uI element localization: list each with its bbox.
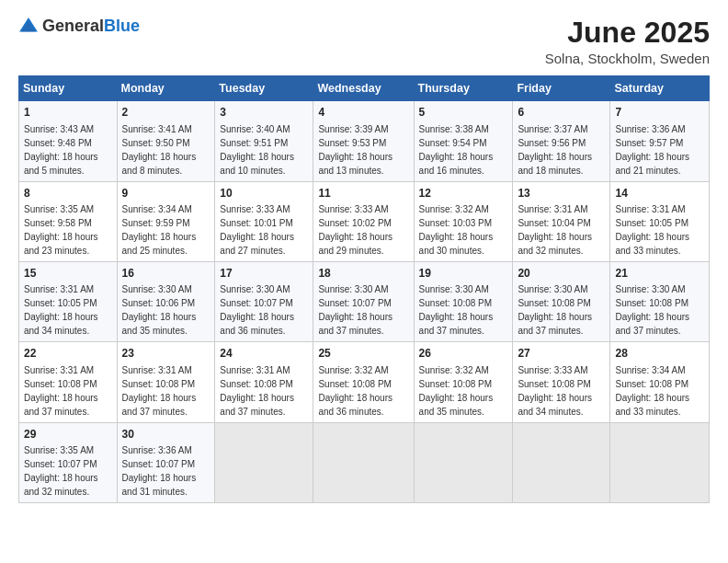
cell-content: Sunrise: 3:31 AM Sunset: 10:05 PM Daylig… <box>615 202 704 258</box>
day-number: 1 <box>24 105 112 121</box>
calendar-cell: 5 Sunrise: 3:38 AM Sunset: 9:54 PM Dayli… <box>414 101 513 181</box>
calendar-cell: 27 Sunrise: 3:33 AM Sunset: 10:08 PM Day… <box>513 342 610 422</box>
cell-content: Sunrise: 3:33 AM Sunset: 10:02 PM Daylig… <box>318 202 408 258</box>
day-number: 26 <box>419 346 508 362</box>
week-row-5: 29 Sunrise: 3:35 AM Sunset: 10:07 PM Day… <box>19 422 710 502</box>
weekday-header-sunday: Sunday <box>19 76 118 101</box>
calendar-cell: 18 Sunrise: 3:30 AM Sunset: 10:07 PM Day… <box>313 261 414 341</box>
weekday-header-wednesday: Wednesday <box>313 76 414 101</box>
calendar-cell: 4 Sunrise: 3:39 AM Sunset: 9:53 PM Dayli… <box>313 101 414 181</box>
cell-content: Sunrise: 3:31 AM Sunset: 10:08 PM Daylig… <box>220 363 308 419</box>
logo-blue: Blue <box>104 17 140 35</box>
week-row-2: 8 Sunrise: 3:35 AM Sunset: 9:58 PM Dayli… <box>19 181 710 261</box>
day-number: 28 <box>615 346 704 362</box>
calendar-cell: 12 Sunrise: 3:32 AM Sunset: 10:03 PM Day… <box>414 181 513 261</box>
calendar-cell: 14 Sunrise: 3:31 AM Sunset: 10:05 PM Day… <box>610 181 710 261</box>
calendar-cell: 6 Sunrise: 3:37 AM Sunset: 9:56 PM Dayli… <box>513 101 610 181</box>
day-number: 29 <box>24 427 112 442</box>
cell-content: Sunrise: 3:31 AM Sunset: 10:04 PM Daylig… <box>518 202 605 258</box>
calendar-cell: 7 Sunrise: 3:36 AM Sunset: 9:57 PM Dayli… <box>610 101 710 181</box>
cell-content: Sunrise: 3:30 AM Sunset: 10:07 PM Daylig… <box>220 282 308 338</box>
calendar-subtitle: Solna, Stockholm, Sweden <box>545 51 710 66</box>
calendar-cell: 2 Sunrise: 3:41 AM Sunset: 9:50 PM Dayli… <box>117 101 215 181</box>
calendar-cell <box>313 422 414 502</box>
calendar-cell: 20 Sunrise: 3:30 AM Sunset: 10:08 PM Day… <box>513 261 610 341</box>
cell-content: Sunrise: 3:36 AM Sunset: 10:07 PM Daylig… <box>122 443 210 499</box>
day-number: 21 <box>615 266 704 282</box>
day-number: 4 <box>318 105 408 121</box>
day-number: 11 <box>318 186 408 201</box>
day-number: 9 <box>122 186 210 201</box>
calendar-cell <box>513 422 610 502</box>
cell-content: Sunrise: 3:35 AM Sunset: 9:58 PM Dayligh… <box>24 202 112 258</box>
calendar-cell: 3 Sunrise: 3:40 AM Sunset: 9:51 PM Dayli… <box>215 101 313 181</box>
title-block: June 2025 Solna, Stockholm, Sweden <box>545 17 710 66</box>
calendar-cell: 25 Sunrise: 3:32 AM Sunset: 10:08 PM Day… <box>313 342 414 422</box>
cell-content: Sunrise: 3:39 AM Sunset: 9:53 PM Dayligh… <box>318 122 408 178</box>
cell-content: Sunrise: 3:30 AM Sunset: 10:06 PM Daylig… <box>122 282 210 338</box>
cell-content: Sunrise: 3:30 AM Sunset: 10:08 PM Daylig… <box>419 282 508 338</box>
day-number: 18 <box>318 266 408 282</box>
day-number: 15 <box>24 266 112 282</box>
day-number: 16 <box>122 266 210 282</box>
day-number: 27 <box>518 346 605 362</box>
calendar-title: June 2025 <box>545 17 710 49</box>
cell-content: Sunrise: 3:35 AM Sunset: 10:07 PM Daylig… <box>24 443 112 499</box>
calendar-cell: 17 Sunrise: 3:30 AM Sunset: 10:07 PM Day… <box>215 261 313 341</box>
cell-content: Sunrise: 3:31 AM Sunset: 10:08 PM Daylig… <box>122 363 210 419</box>
weekday-header-thursday: Thursday <box>414 76 513 101</box>
calendar-cell: 23 Sunrise: 3:31 AM Sunset: 10:08 PM Day… <box>117 342 215 422</box>
day-number: 20 <box>518 266 605 282</box>
day-number: 24 <box>220 346 308 362</box>
cell-content: Sunrise: 3:34 AM Sunset: 10:08 PM Daylig… <box>615 363 704 419</box>
cell-content: Sunrise: 3:33 AM Sunset: 10:08 PM Daylig… <box>518 363 605 419</box>
cell-content: Sunrise: 3:30 AM Sunset: 10:07 PM Daylig… <box>318 282 408 338</box>
day-number: 19 <box>419 266 508 282</box>
weekday-header-row: SundayMondayTuesdayWednesdayThursdayFrid… <box>19 76 710 101</box>
calendar-cell: 11 Sunrise: 3:33 AM Sunset: 10:02 PM Day… <box>313 181 414 261</box>
calendar-cell: 16 Sunrise: 3:30 AM Sunset: 10:06 PM Day… <box>117 261 215 341</box>
day-number: 5 <box>419 105 508 121</box>
cell-content: Sunrise: 3:37 AM Sunset: 9:56 PM Dayligh… <box>518 122 605 178</box>
day-number: 6 <box>518 105 605 121</box>
cell-content: Sunrise: 3:30 AM Sunset: 10:08 PM Daylig… <box>615 282 704 338</box>
calendar-cell <box>610 422 710 502</box>
calendar-cell: 21 Sunrise: 3:30 AM Sunset: 10:08 PM Day… <box>610 261 710 341</box>
cell-content: Sunrise: 3:36 AM Sunset: 9:57 PM Dayligh… <box>615 122 704 178</box>
calendar-cell <box>414 422 513 502</box>
cell-content: Sunrise: 3:31 AM Sunset: 10:08 PM Daylig… <box>24 363 112 419</box>
calendar-cell: 19 Sunrise: 3:30 AM Sunset: 10:08 PM Day… <box>414 261 513 341</box>
weekday-header-friday: Friday <box>513 76 610 101</box>
cell-content: Sunrise: 3:32 AM Sunset: 10:08 PM Daylig… <box>419 363 508 419</box>
calendar-cell: 29 Sunrise: 3:35 AM Sunset: 10:07 PM Day… <box>19 422 118 502</box>
calendar-cell: 8 Sunrise: 3:35 AM Sunset: 9:58 PM Dayli… <box>19 181 118 261</box>
day-number: 23 <box>122 346 210 362</box>
day-number: 22 <box>24 346 112 362</box>
weekday-header-monday: Monday <box>117 76 215 101</box>
header: GeneralBlue June 2025 Solna, Stockholm, … <box>18 17 710 66</box>
week-row-3: 15 Sunrise: 3:31 AM Sunset: 10:05 PM Day… <box>19 261 710 341</box>
day-number: 3 <box>220 105 308 121</box>
calendar-cell: 15 Sunrise: 3:31 AM Sunset: 10:05 PM Day… <box>19 261 118 341</box>
cell-content: Sunrise: 3:34 AM Sunset: 9:59 PM Dayligh… <box>122 202 210 258</box>
calendar-cell: 30 Sunrise: 3:36 AM Sunset: 10:07 PM Day… <box>117 422 215 502</box>
day-number: 2 <box>122 105 210 121</box>
calendar-cell: 28 Sunrise: 3:34 AM Sunset: 10:08 PM Day… <box>610 342 710 422</box>
cell-content: Sunrise: 3:32 AM Sunset: 10:03 PM Daylig… <box>419 202 508 258</box>
calendar-cell: 10 Sunrise: 3:33 AM Sunset: 10:01 PM Day… <box>215 181 313 261</box>
logo: GeneralBlue <box>18 17 140 37</box>
calendar-cell: 24 Sunrise: 3:31 AM Sunset: 10:08 PM Day… <box>215 342 313 422</box>
cell-content: Sunrise: 3:40 AM Sunset: 9:51 PM Dayligh… <box>220 122 308 178</box>
cell-content: Sunrise: 3:32 AM Sunset: 10:08 PM Daylig… <box>318 363 408 419</box>
calendar-cell: 22 Sunrise: 3:31 AM Sunset: 10:08 PM Day… <box>19 342 118 422</box>
day-number: 12 <box>419 186 508 201</box>
weekday-header-saturday: Saturday <box>610 76 710 101</box>
logo-icon <box>18 17 39 37</box>
cell-content: Sunrise: 3:43 AM Sunset: 9:48 PM Dayligh… <box>24 122 112 178</box>
weekday-header-tuesday: Tuesday <box>215 76 313 101</box>
day-number: 30 <box>122 427 210 442</box>
calendar-cell <box>215 422 313 502</box>
day-number: 14 <box>615 186 704 201</box>
week-row-4: 22 Sunrise: 3:31 AM Sunset: 10:08 PM Day… <box>19 342 710 422</box>
cell-content: Sunrise: 3:41 AM Sunset: 9:50 PM Dayligh… <box>122 122 210 178</box>
